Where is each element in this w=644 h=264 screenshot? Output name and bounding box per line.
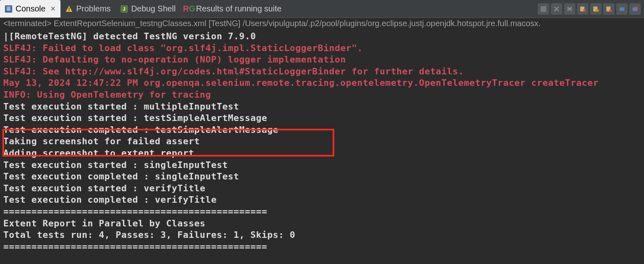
remove-launch-button[interactable] [551,3,562,15]
tab-results[interactable]: RG Results of running suite [181,0,286,18]
console-line: Adding screenshot to extent report [3,148,641,159]
console-line: |[RemoteTestNG] detected TestNG version … [3,31,641,43]
console-line: ========================================… [3,206,641,218]
tab-problems[interactable]: Problems [60,0,115,18]
svg-point-7 [609,9,612,12]
console-line: Test execution completed : testSimpleAle… [3,124,641,136]
console-line: SLF4J: Failed to load class "org.slf4j.i… [3,43,641,54]
tab-problems-label: Problems [76,4,110,13]
remove-all-launches-button[interactable] [564,3,575,15]
console-line: INFO: Using OpenTelemetry for tracing [3,89,641,101]
svg-rect-1 [69,10,69,11]
terminate-button[interactable] [538,3,549,15]
console-line: Test execution started : testSimpleAlert… [3,112,641,124]
console-line: Test execution started : singleInputTest [3,159,641,171]
console-line: Test execution started : verifyTitle [3,183,641,195]
console-line: ========================================… [3,241,641,253]
console-icon: ☰ [5,5,12,13]
svg-rect-0 [69,8,69,10]
console-line: Test execution completed : verifyTitle [3,194,641,206]
tab-bar: ☰ Console ✕ Problems J Debug Shell RG Re… [0,0,644,18]
clear-console-button[interactable] [577,3,588,15]
tab-results-label: Results of running suite [196,4,282,13]
console-output-container: |[RemoteTestNG] detected TestNG version … [0,29,644,254]
console-line: Extent Report in Parallel by Classes [3,218,641,230]
scroll-lock-button[interactable] [590,3,602,15]
svg-rect-5 [596,9,599,12]
console-line: Test execution started : multipleInputTe… [3,101,641,113]
tab-console-label: Console [16,4,45,13]
console-line: Test execution completed : singleInputTe… [3,171,641,183]
console-output[interactable]: |[RemoteTestNG] detected TestNG version … [0,29,644,254]
launch-status: <terminated> ExtentReportSelenium_testng… [0,18,644,29]
close-icon[interactable]: ✕ [50,5,56,13]
pin-console-button[interactable] [616,3,628,15]
tab-console[interactable]: ☰ Console ✕ [0,0,60,18]
console-line: Total tests run: 4, Passes: 3, Failures:… [3,229,641,241]
tab-debug-shell[interactable]: J Debug Shell [116,0,181,18]
warning-icon [65,5,73,13]
svg-rect-2 [541,6,546,12]
tab-debug-label: Debug Shell [131,4,176,13]
console-line: SLF4J: Defaulting to no-operation (NOP) … [3,54,641,66]
word-wrap-button[interactable] [603,3,615,15]
console-line: SLF4J: See http://www.slf4j.org/codes.ht… [3,66,641,78]
debug-j-icon: J [121,5,128,13]
console-toolbar [538,3,644,15]
display-selected-console-button[interactable] [629,3,641,15]
console-line: Taking screenshot for failed assert [3,136,641,148]
console-line: May 13, 2024 12:47:22 PM org.openqa.sele… [3,77,641,89]
rg-icon: RG [186,5,193,13]
svg-rect-8 [619,7,624,11]
